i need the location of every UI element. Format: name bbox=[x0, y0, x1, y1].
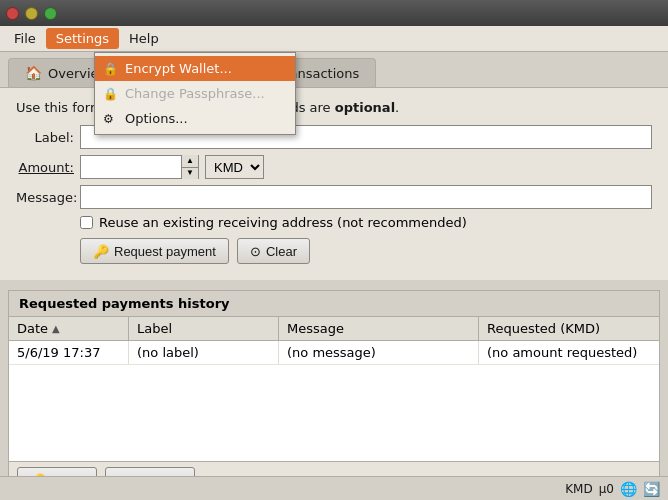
menu-bar: File Settings Help bbox=[0, 26, 668, 52]
lock-icon: 🔒 bbox=[103, 62, 118, 76]
cell-requested: (no amount requested) bbox=[479, 341, 659, 364]
cell-date: 5/6/19 17:37 bbox=[9, 341, 129, 364]
spinner-down-button[interactable]: ▼ bbox=[182, 168, 198, 180]
menu-item-settings[interactable]: Settings bbox=[46, 28, 119, 49]
gear-icon: ⚙ bbox=[103, 112, 114, 126]
spinner-up-button[interactable]: ▲ bbox=[182, 155, 198, 168]
amount-row: Amount: ▲ ▼ KMD bbox=[16, 155, 652, 179]
close-button[interactable] bbox=[6, 7, 19, 20]
spinner-buttons: ▲ ▼ bbox=[181, 155, 198, 179]
request-payment-button[interactable]: 🔑 Request payment bbox=[80, 238, 229, 264]
sync-icon: 🔄 bbox=[643, 481, 660, 497]
reuse-address-row: Reuse an existing receiving address (not… bbox=[80, 215, 652, 230]
reuse-address-checkbox[interactable] bbox=[80, 216, 93, 229]
settings-dropdown: 🔒 Encrypt Wallet... 🔒 Change Passphrase.… bbox=[94, 52, 296, 135]
sort-arrow-icon: ▲ bbox=[52, 323, 60, 334]
message-field-label: Message: bbox=[16, 190, 80, 205]
dropdown-item-options[interactable]: ⚙ Options... bbox=[95, 106, 295, 131]
label-field-label: Label: bbox=[16, 130, 80, 145]
cell-label: (no label) bbox=[129, 341, 279, 364]
currency-select[interactable]: KMD bbox=[205, 155, 264, 179]
message-row: Message: bbox=[16, 185, 652, 209]
table-body: 5/6/19 17:37 (no label) (no message) (no… bbox=[9, 341, 659, 461]
maximize-button[interactable] bbox=[44, 7, 57, 20]
history-section: Requested payments history Date ▲ Label … bbox=[8, 290, 660, 499]
table-header: Date ▲ Label Message Requested (KMD) bbox=[9, 317, 659, 341]
request-payment-icon: 🔑 bbox=[93, 244, 109, 259]
col-header-message[interactable]: Message bbox=[279, 317, 479, 340]
menu-item-help[interactable]: Help bbox=[119, 28, 169, 49]
home-icon: 🏠 bbox=[25, 65, 42, 81]
dropdown-item-change-passphrase: 🔒 Change Passphrase... bbox=[95, 81, 295, 106]
status-currency: KMD bbox=[565, 482, 592, 496]
amount-field-label: Amount: bbox=[16, 160, 80, 175]
cell-message: (no message) bbox=[279, 341, 479, 364]
col-header-label[interactable]: Label bbox=[129, 317, 279, 340]
dropdown-item-encrypt-wallet[interactable]: 🔒 Encrypt Wallet... bbox=[95, 56, 295, 81]
amount-input-wrap: ▲ ▼ bbox=[80, 155, 199, 179]
reuse-address-label: Reuse an existing receiving address (not… bbox=[99, 215, 467, 230]
col-header-requested[interactable]: Requested (KMD) bbox=[479, 317, 659, 340]
network-icon: 🌐 bbox=[620, 481, 637, 497]
amount-input[interactable] bbox=[81, 156, 181, 178]
table-row[interactable]: 5/6/19 17:37 (no label) (no message) (no… bbox=[9, 341, 659, 365]
clear-icon: ⊙ bbox=[250, 244, 261, 259]
status-sync-text: μ0 bbox=[599, 482, 614, 496]
clear-button[interactable]: ⊙ Clear bbox=[237, 238, 310, 264]
lock-icon-2: 🔒 bbox=[103, 87, 118, 101]
status-bar: KMD μ0 🌐 🔄 bbox=[0, 476, 668, 500]
col-header-date[interactable]: Date ▲ bbox=[9, 317, 129, 340]
message-input[interactable] bbox=[80, 185, 652, 209]
minimize-button[interactable] bbox=[25, 7, 38, 20]
action-buttons: 🔑 Request payment ⊙ Clear bbox=[80, 238, 652, 264]
history-title: Requested payments history bbox=[9, 291, 659, 317]
title-bar bbox=[0, 0, 668, 26]
menu-item-file[interactable]: File bbox=[4, 28, 46, 49]
info-bold: optional bbox=[335, 100, 395, 115]
